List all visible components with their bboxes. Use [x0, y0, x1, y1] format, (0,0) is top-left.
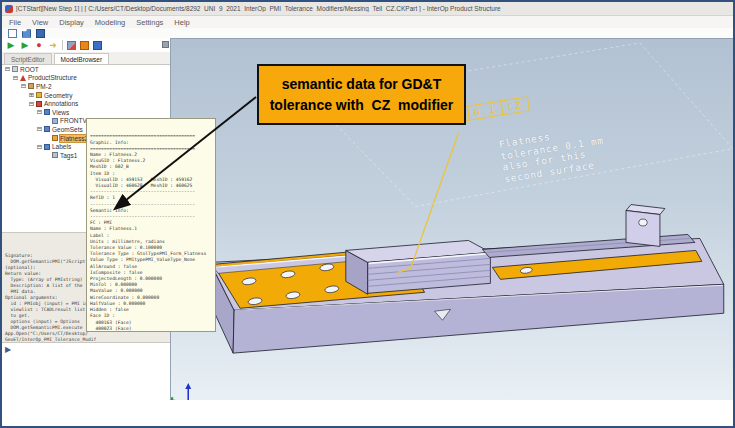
app-icon [5, 5, 13, 13]
part-icon [28, 83, 34, 89]
tree-item-label: ROOT [20, 66, 39, 73]
view-icon [52, 118, 58, 124]
console-run-icon[interactable]: ▶ [5, 345, 11, 354]
bracket-front[interactable] [626, 211, 660, 247]
views-icon [44, 109, 50, 115]
root-icon [12, 66, 18, 72]
menu-view[interactable]: View [32, 18, 48, 27]
fcf-cz-modifier: CZ [507, 99, 523, 112]
record-icon[interactable]: ● [34, 41, 44, 50]
tree-item-label: Flatness2 [60, 135, 88, 142]
save-icon[interactable] [36, 29, 45, 38]
expander-icon[interactable]: ⊟ [4, 65, 11, 73]
tree-item-label: Geometry [44, 92, 73, 99]
run-script-icon[interactable]: ▶ [6, 41, 16, 50]
pmi-icon [52, 135, 58, 141]
title-bar[interactable]: [CTStart][New Step 1] | [ C:/Users/CT/De… [2, 2, 733, 16]
tag-icon [52, 152, 58, 158]
annotations-icon [36, 101, 42, 107]
splitter-handle[interactable] [162, 41, 169, 48]
tree-item-label: Views [52, 109, 69, 116]
part-model[interactable] [210, 205, 724, 354]
edit-script-icon[interactable] [67, 41, 76, 50]
tree-item-label: GeomSets [52, 126, 83, 133]
expander-icon[interactable]: ⊟ [36, 108, 43, 116]
toolbar-separator [62, 40, 63, 50]
script-input-area[interactable]: ▶ [2, 342, 170, 426]
tree-item-label: Tags1 [60, 152, 77, 159]
menu-file[interactable]: File [9, 18, 21, 27]
product-icon [20, 75, 26, 81]
tab-model-browser[interactable]: ModelBrowser [54, 53, 110, 64]
callout-box: semantic data for GD&T tolerance with CZ… [257, 64, 466, 125]
menu-bar: File View Display Modeling Settings Help [2, 16, 733, 28]
geometry-icon [36, 92, 42, 98]
open-file-icon[interactable] [22, 29, 31, 38]
menu-help[interactable]: Help [174, 18, 189, 27]
tree-item-label: ProductStructure [28, 74, 77, 81]
tree-item-annotations[interactable]: ⊟Annotations [2, 99, 170, 108]
menu-modeling[interactable]: Modeling [95, 18, 125, 27]
tree-item-label: Labels [52, 143, 71, 150]
export-model-icon[interactable] [80, 41, 89, 50]
run-all-icon[interactable]: ▶ [20, 41, 30, 50]
menu-settings[interactable]: Settings [136, 18, 163, 27]
tree-item-root[interactable]: ⊟ROOT [2, 65, 170, 74]
import-model-icon[interactable] [93, 41, 102, 50]
semantic-info-tooltip: ======================================Gr… [86, 118, 216, 332]
bracket-hole [639, 219, 647, 226]
script-toolbar: ▶ ▶ ● ➜ [2, 38, 174, 52]
tree-item-product-structure[interactable]: ⊟ProductStructure [2, 74, 170, 83]
tree-item-label: PM-2 [36, 83, 52, 90]
callout-line-2: tolerance with CZ modifier [270, 97, 454, 113]
expander-icon[interactable]: ⊟ [36, 143, 43, 151]
expander-icon[interactable]: ⊟ [28, 100, 35, 108]
tab-script-editor[interactable]: ScriptEditor [4, 53, 52, 64]
tree-item-label: Annotations [44, 100, 78, 107]
axis-triad [171, 383, 195, 400]
labels-icon [44, 144, 50, 150]
tree-item-geometry[interactable]: ⊞Geometry [2, 91, 170, 100]
tree-item-part[interactable]: ⊟PM-2 [2, 82, 170, 91]
expander-icon[interactable]: ⊞ [28, 91, 35, 99]
menu-display[interactable]: Display [59, 18, 84, 27]
geomsets-icon [44, 126, 50, 132]
tree-item-views[interactable]: ⊟Views [2, 108, 170, 117]
step-over-icon[interactable]: ➜ [48, 41, 58, 50]
z-axis-arrow [185, 383, 191, 389]
new-document-icon[interactable] [8, 29, 17, 38]
window-title: [CTStart][New Step 1] | [ C:/Users/CT/De… [16, 5, 501, 12]
expander-icon[interactable]: ⊟ [20, 82, 27, 90]
expander-icon[interactable]: ⊟ [36, 125, 43, 133]
callout-line-1: semantic data for GD&T [282, 76, 441, 92]
expander-icon[interactable]: ⊟ [12, 74, 19, 82]
panel-tabs: ScriptEditor ModelBrowser [2, 52, 170, 65]
